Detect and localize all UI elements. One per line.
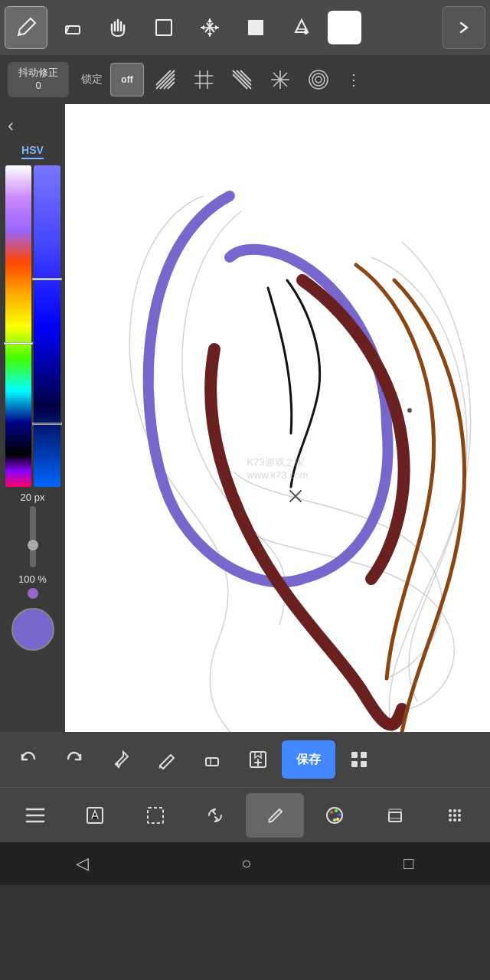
hue-strip[interactable] bbox=[5, 165, 32, 487]
svg-point-41 bbox=[336, 818, 339, 821]
svg-point-45 bbox=[449, 809, 452, 812]
svg-line-16 bbox=[233, 74, 247, 89]
top-toolbar bbox=[0, 0, 490, 55]
stabilizer-bar: 抖动修正 0 锁定 off bbox=[0, 55, 490, 104]
system-nav: ◁ ○ □ bbox=[0, 842, 490, 885]
svg-rect-36 bbox=[148, 808, 163, 823]
svg-line-4 bbox=[156, 70, 175, 89]
export-button[interactable] bbox=[236, 737, 280, 782]
tool-rect-select[interactable] bbox=[142, 6, 185, 49]
pattern-radial[interactable] bbox=[263, 63, 297, 96]
pattern-grid[interactable] bbox=[187, 63, 220, 96]
redo-button[interactable] bbox=[52, 737, 96, 782]
svg-point-49 bbox=[453, 814, 456, 817]
edit-button[interactable] bbox=[66, 793, 124, 838]
brush-size-label: 20 px bbox=[21, 492, 45, 503]
canvas-area[interactable]: K73游戏之家www.k73.com bbox=[65, 104, 490, 732]
svg-point-46 bbox=[453, 809, 456, 812]
nav-recent-button[interactable]: □ bbox=[385, 848, 432, 880]
svg-point-22 bbox=[312, 74, 325, 86]
nav-home-button[interactable]: ○ bbox=[223, 848, 270, 880]
lock-off-button[interactable]: off bbox=[110, 63, 144, 96]
pen-tool-button[interactable] bbox=[144, 737, 188, 782]
svg-point-47 bbox=[458, 809, 461, 812]
svg-line-5 bbox=[160, 74, 175, 89]
undo-button[interactable] bbox=[6, 737, 51, 782]
saturation-marker2 bbox=[32, 423, 62, 425]
saturation-strip[interactable] bbox=[34, 165, 60, 487]
svg-point-39 bbox=[335, 809, 338, 812]
color-sliders[interactable] bbox=[5, 165, 60, 487]
svg-point-42 bbox=[333, 818, 336, 822]
opacity-label: 100 % bbox=[18, 573, 47, 585]
svg-point-52 bbox=[453, 818, 456, 822]
svg-point-48 bbox=[449, 814, 452, 817]
tool-paint-bucket[interactable] bbox=[280, 6, 323, 49]
color-preview[interactable] bbox=[11, 608, 54, 651]
palette-button[interactable] bbox=[305, 793, 364, 838]
layers-button[interactable] bbox=[366, 793, 424, 838]
svg-rect-43 bbox=[389, 812, 401, 822]
svg-rect-25 bbox=[206, 758, 218, 766]
selection-button[interactable] bbox=[126, 793, 185, 838]
tool-fill-rect[interactable] bbox=[234, 6, 277, 49]
svg-line-13 bbox=[233, 70, 251, 89]
saturation-marker bbox=[32, 278, 62, 280]
brush-active-button[interactable] bbox=[246, 793, 304, 838]
size-slider[interactable] bbox=[30, 506, 36, 567]
lock-section: 锁定 off bbox=[81, 63, 368, 96]
svg-point-38 bbox=[330, 811, 333, 814]
eraser-tool-button[interactable] bbox=[190, 737, 234, 782]
opacity-indicator bbox=[28, 588, 38, 599]
stabilizer-label[interactable]: 抖动修正 0 bbox=[8, 62, 69, 97]
svg-rect-28 bbox=[351, 752, 358, 758]
svg-rect-31 bbox=[361, 761, 367, 767]
main-area: ‹ HSV 20 px 100 % K73游戏之家www.k73.com bbox=[0, 104, 490, 732]
left-panel: ‹ HSV 20 px 100 % bbox=[0, 104, 65, 732]
tool-eraser[interactable] bbox=[51, 6, 93, 49]
hamburger-menu-button[interactable] bbox=[6, 793, 64, 838]
tool-move[interactable] bbox=[188, 6, 231, 49]
more-button[interactable]: ⋮ bbox=[340, 67, 368, 92]
pattern-diagonal2[interactable] bbox=[225, 63, 259, 96]
tool-pencil[interactable] bbox=[5, 6, 47, 49]
nav-back-button[interactable]: ◁ bbox=[57, 848, 107, 880]
svg-point-21 bbox=[315, 77, 322, 83]
second-toolbar bbox=[0, 787, 490, 842]
bottom-toolbar: 保存 bbox=[0, 732, 490, 787]
lock-label: 锁定 bbox=[81, 73, 103, 87]
svg-rect-30 bbox=[351, 761, 358, 767]
svg-point-53 bbox=[458, 818, 461, 822]
tool-hand[interactable] bbox=[96, 6, 139, 49]
transform-button[interactable] bbox=[186, 793, 244, 838]
svg-point-24 bbox=[116, 763, 119, 766]
drawing-canvas[interactable] bbox=[65, 104, 490, 732]
eyedropper-button[interactable] bbox=[98, 737, 142, 782]
hsv-mode-button[interactable]: HSV bbox=[21, 144, 44, 159]
svg-rect-44 bbox=[389, 809, 401, 818]
svg-rect-29 bbox=[361, 752, 367, 758]
svg-rect-1 bbox=[156, 20, 172, 35]
dots-grid-button[interactable] bbox=[426, 793, 484, 838]
pattern-circles[interactable] bbox=[302, 63, 335, 96]
back-arrow-button[interactable]: ‹ bbox=[0, 110, 21, 141]
expand-button[interactable] bbox=[443, 6, 485, 49]
hue-marker bbox=[4, 342, 34, 345]
svg-point-51 bbox=[449, 818, 452, 822]
size-slider-thumb bbox=[28, 540, 38, 550]
tool-color-box[interactable] bbox=[328, 11, 361, 44]
svg-rect-2 bbox=[248, 20, 263, 35]
grid-menu-button[interactable] bbox=[337, 737, 381, 782]
save-button[interactable]: 保存 bbox=[282, 740, 335, 779]
svg-line-14 bbox=[237, 70, 251, 85]
svg-line-8 bbox=[156, 70, 171, 85]
svg-point-40 bbox=[338, 813, 341, 816]
svg-point-50 bbox=[458, 814, 461, 817]
pattern-diagonal1[interactable] bbox=[149, 63, 182, 96]
